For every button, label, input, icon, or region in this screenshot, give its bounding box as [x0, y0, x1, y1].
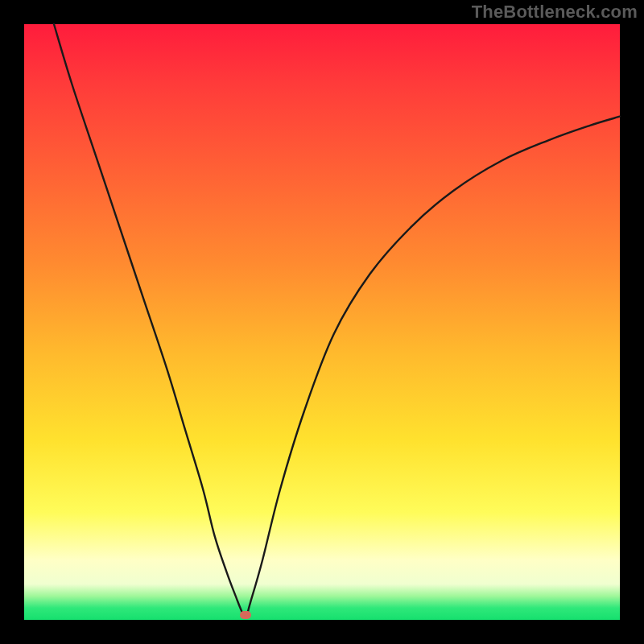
curve-path: [54, 24, 620, 617]
chart-frame: TheBottleneck.com: [0, 0, 644, 644]
optimum-marker: [240, 611, 251, 619]
watermark-text: TheBottleneck.com: [472, 2, 638, 23]
plot-area: [24, 24, 620, 620]
bottleneck-curve: [24, 24, 620, 620]
